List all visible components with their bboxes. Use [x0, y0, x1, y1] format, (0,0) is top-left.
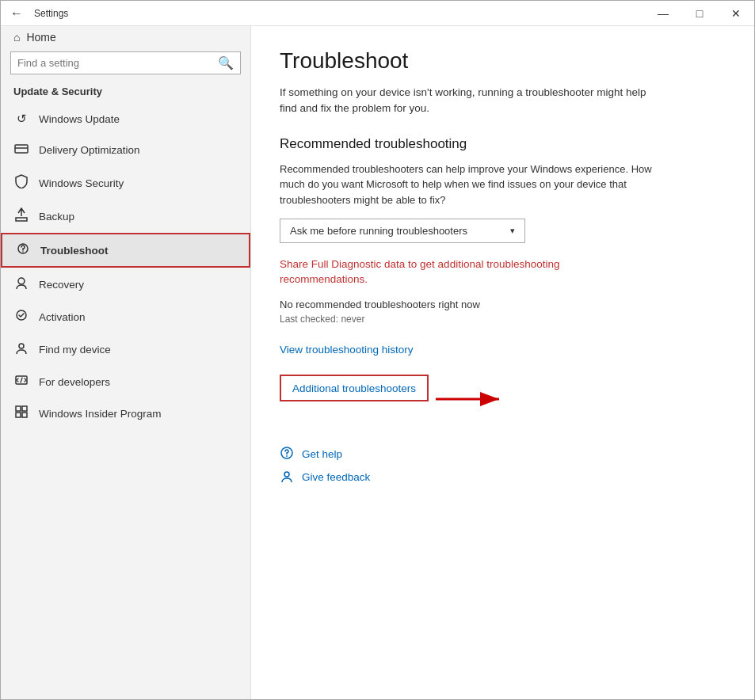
- additional-section: Additional troubleshooters: [280, 375, 429, 424]
- sidebar-item-label: Windows Security: [39, 177, 124, 189]
- troubleshoot-icon: [15, 242, 31, 258]
- back-button[interactable]: ←: [7, 3, 26, 24]
- get-help-icon: [280, 446, 294, 462]
- give-feedback-label: Give feedback: [302, 471, 370, 483]
- sidebar-item-label: Windows Insider Program: [39, 408, 162, 420]
- dropdown-value: Ask me before running troubleshooters: [290, 225, 467, 237]
- view-history-link[interactable]: View troubleshooting history: [280, 344, 726, 356]
- svg-rect-10: [16, 406, 21, 411]
- sidebar-item-activation[interactable]: Activation: [1, 301, 250, 333]
- dropdown-arrow-icon: ▾: [510, 226, 515, 236]
- svg-rect-11: [22, 406, 27, 411]
- sidebar-item-find-device[interactable]: Find my device: [1, 333, 250, 366]
- sidebar-item-label: For developers: [39, 376, 110, 388]
- insider-icon: [13, 405, 29, 421]
- backup-icon: [13, 207, 29, 225]
- share-diagnostic-link[interactable]: Share Full Diagnostic data to get additi…: [280, 257, 581, 287]
- page-description: If something on your device isn't workin…: [280, 85, 660, 117]
- sidebar-item-label: Backup: [39, 211, 74, 223]
- sidebar-item-label: Troubleshoot: [40, 245, 109, 257]
- delivery-icon: [13, 142, 29, 158]
- titlebar: ← Settings — □ ✕: [1, 1, 754, 26]
- sidebar: ⌂ Home 🔍 Update & Security ↺ Windows Upd…: [1, 26, 251, 699]
- sidebar-item-backup[interactable]: Backup: [1, 200, 250, 233]
- recovery-icon: [13, 276, 29, 293]
- sidebar-item-windows-update[interactable]: ↺ Windows Update: [1, 104, 250, 134]
- sidebar-item-label: Find my device: [39, 344, 111, 356]
- give-feedback-item[interactable]: Give feedback: [280, 469, 726, 485]
- give-feedback-icon: [280, 469, 294, 485]
- home-label: Home: [26, 31, 55, 44]
- sidebar-item-troubleshoot[interactable]: Troubleshoot: [1, 233, 250, 268]
- titlebar-controls: — □ ✕: [645, 1, 754, 26]
- home-nav-item[interactable]: ⌂ Home: [1, 26, 250, 48]
- sidebar-item-windows-security[interactable]: Windows Security: [1, 166, 250, 200]
- svg-point-8: [19, 344, 24, 348]
- search-input[interactable]: [17, 57, 213, 69]
- sidebar-item-label: Delivery Optimization: [39, 144, 140, 156]
- maximize-button[interactable]: □: [681, 1, 718, 26]
- titlebar-title: Settings: [34, 8, 68, 19]
- recommended-heading: Recommended troubleshooting: [280, 136, 726, 152]
- page-title: Troubleshoot: [280, 48, 726, 74]
- additional-arrow: [432, 390, 503, 409]
- sidebar-item-windows-insider[interactable]: Windows Insider Program: [1, 398, 250, 429]
- svg-rect-0: [15, 145, 28, 153]
- main-layout: ⌂ Home 🔍 Update & Security ↺ Windows Upd…: [1, 26, 754, 699]
- sidebar-item-label: Recovery: [39, 279, 84, 291]
- content-area: Troubleshoot If something on your device…: [251, 26, 754, 699]
- sidebar-item-label: Windows Update: [39, 113, 120, 125]
- sidebar-item-label: Activation: [39, 311, 86, 323]
- activation-icon: [13, 309, 29, 325]
- no-troubleshooters-text: No recommended troubleshooters right now: [280, 299, 726, 310]
- svg-rect-13: [22, 413, 27, 417]
- security-icon: [13, 174, 29, 192]
- windows-update-icon: ↺: [13, 112, 29, 126]
- get-help-label: Get help: [302, 448, 342, 460]
- titlebar-left: ← Settings: [7, 3, 68, 24]
- close-button[interactable]: ✕: [718, 1, 754, 26]
- svg-point-3: [22, 251, 24, 253]
- sidebar-item-recovery[interactable]: Recovery: [1, 268, 250, 301]
- additional-box: Additional troubleshooters: [280, 375, 429, 401]
- settings-window: ← Settings — □ ✕ ⌂ Home 🔍 Update & Secur…: [0, 0, 755, 700]
- svg-point-18: [284, 472, 289, 477]
- sidebar-item-for-developers[interactable]: For developers: [1, 366, 250, 398]
- troubleshooter-dropdown[interactable]: Ask me before running troubleshooters ▾: [280, 219, 525, 243]
- find-device-icon: [13, 340, 29, 358]
- home-icon: ⌂: [13, 31, 20, 44]
- search-box: 🔍: [10, 51, 241, 74]
- section-title: Update & Security: [1, 81, 250, 104]
- sidebar-item-delivery-optimization[interactable]: Delivery Optimization: [1, 134, 250, 166]
- recommended-desc: Recommended troubleshooters can help imp…: [280, 162, 660, 208]
- developers-icon: [13, 374, 29, 390]
- get-help-item[interactable]: Get help: [280, 446, 726, 462]
- additional-troubleshooters-link[interactable]: Additional troubleshooters: [292, 382, 416, 394]
- svg-point-17: [286, 455, 288, 457]
- last-checked-text: Last checked: never: [280, 314, 726, 325]
- search-icon: 🔍: [218, 55, 234, 70]
- svg-rect-12: [16, 413, 21, 417]
- minimize-button[interactable]: —: [645, 1, 681, 26]
- help-section: Get help Give feedback: [280, 446, 726, 485]
- svg-point-6: [18, 278, 25, 284]
